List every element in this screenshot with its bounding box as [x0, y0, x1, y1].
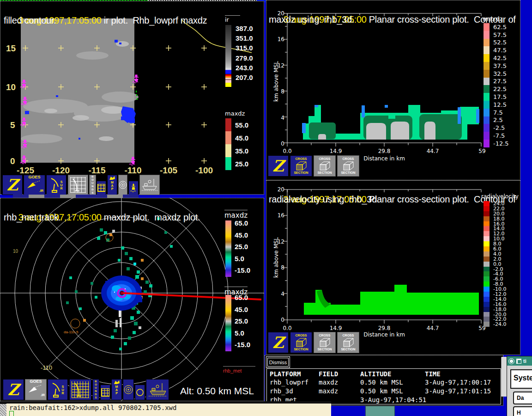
cube-icon — [295, 337, 307, 348]
lat-tick: 10 — [6, 82, 16, 92]
circle-button[interactable] — [135, 385, 145, 400]
hour-button[interactable]: H — [513, 406, 532, 416]
ship-button[interactable] — [139, 175, 160, 195]
zeb-logo-button[interactable]: Z — [3, 379, 24, 400]
range-rings-button[interactable] — [123, 379, 134, 400]
xtick: 29.8 — [378, 325, 391, 331]
lat-tick: 15 — [6, 43, 16, 54]
terminal-body[interactable]: rain:beaufait:162>xdump.all 970802.1705.… — [6, 404, 331, 416]
goes-ir-button[interactable]: GOES .IR — [24, 175, 45, 195]
xsec-maxdz-xlabel: Distance in km — [363, 155, 405, 162]
table-header: PLATFORMFIELD ALTITUDETIME — [267, 370, 501, 379]
xtick: 44.7 — [427, 325, 439, 331]
satellite-dish-icon — [27, 383, 45, 393]
lon-tick: -120 — [52, 165, 70, 176]
terminal-scrollbar[interactable] — [0, 404, 6, 416]
cross-section-button-active[interactable]: CROSS SECTION — [290, 332, 312, 353]
cross-section-button[interactable]: CROSS SECTION — [314, 332, 336, 353]
date-button[interactable]: Da — [513, 392, 532, 404]
zeb-logo-button[interactable]: Z — [268, 155, 289, 177]
data-times-table: PLATFORMFIELD ALTITUDETIME rhb_lowprfmax… — [266, 368, 501, 404]
ir-colorbar — [225, 25, 231, 87]
zeb-logo-button[interactable]: Z — [2, 175, 23, 195]
lon-tick: -100 — [195, 165, 213, 176]
cross-section-button[interactable]: CROSS SECTION — [337, 155, 359, 177]
grid-button[interactable] — [100, 385, 110, 400]
range-rings-button[interactable] — [118, 175, 127, 195]
radar-title-line2: rhb_met track. — [4, 211, 61, 223]
radar-colorbar1-label: maxdz — [224, 210, 248, 220]
zebra-desktop: 3-aug-1997,17:05:00 ir plot. Rhb_lowprf … — [0, 0, 532, 416]
xsec-rv-xlabel: Distance in km — [363, 331, 405, 338]
rhi-grid-button[interactable] — [69, 379, 91, 400]
circle-icon — [136, 388, 144, 397]
lon-tick: -125 — [17, 165, 34, 176]
lon-tick: -110 — [125, 165, 142, 176]
tl-maxdz-colorbar: 55.0 45.0 35.0 25.0 — [225, 118, 248, 170]
time-tool-heading: Syste — [514, 374, 532, 382]
buoy-button[interactable] — [128, 181, 139, 195]
grid-icon — [97, 184, 105, 192]
xsec-rv-colorbar-label: radialvelocity — [481, 193, 519, 200]
xsec-maxdz-colorbar: 62.5 57.5 52.5 47.5 — [484, 23, 509, 147]
bounds-button[interactable]: B O U N D S — [92, 379, 99, 400]
cross-section-button-active[interactable]: CROSS SECTION — [290, 155, 312, 177]
clipped-toolbar-strip — [13, 195, 139, 198]
radar-antenna-icon — [51, 381, 61, 398]
map-button[interactable]: M A P — [111, 379, 122, 400]
time-tool-title: ti — [523, 358, 526, 364]
grid-icon — [101, 388, 109, 397]
grid-radar-icon — [70, 177, 86, 193]
surveillance-radar-button[interactable]: S U R — [48, 379, 68, 400]
ship-button[interactable] — [146, 379, 169, 400]
ir-map-window: 3-aug-1997,17:05:00 ir plot. Rhb_lowprf … — [0, 1, 264, 195]
lat-tick: 5 — [10, 120, 15, 130]
rhi-grid-button[interactable] — [68, 175, 88, 195]
dismiss-button[interactable]: Dismiss — [266, 356, 290, 368]
rings-icon — [119, 181, 127, 189]
ship-icon — [141, 178, 158, 192]
radialvelocity-contours — [304, 285, 479, 315]
radar-colorbar1-ticks: 65.045.025.05.0-15.0 — [235, 220, 250, 274]
time-tool-titlebar[interactable]: ti — [507, 356, 532, 366]
cube-icon — [295, 161, 307, 171]
data-times-window: Dismiss PLATFORMFIELD ALTITUDETIME rhb_l… — [265, 355, 503, 406]
map-button[interactable]: M A P — [107, 175, 117, 195]
cross-section-button[interactable]: CROSS SECTION — [314, 155, 336, 177]
zeb-logo-button[interactable]: Z — [268, 332, 289, 353]
map-icon — [113, 379, 121, 385]
bounds-button[interactable]: B O U N D S — [89, 175, 96, 195]
zeb-z-glyph: Z — [7, 177, 18, 193]
surveillance-radar-button[interactable]: S U R — [46, 175, 66, 195]
xsec-rv-colorbar: 24.0 22.0 20.0 18.0 — [484, 201, 506, 327]
ship-icon — [148, 382, 167, 397]
xtick: 14.9 — [330, 148, 342, 154]
desktop-teal-patch — [365, 406, 395, 416]
cross-section-button[interactable]: CROSS SECTION — [337, 332, 359, 353]
xtick: 59 — [478, 148, 485, 154]
maxdz-contours — [302, 105, 479, 140]
grid-button[interactable] — [97, 181, 106, 195]
table-row: rhb_3dmaxdz 0.50 km MSL3-Aug-97,17:01:15 — [267, 387, 501, 396]
xsec-maxdz-window: 3-aug-1997,17:05:00 Planar cross-section… — [266, 0, 520, 180]
radar-lon-label: -110 — [41, 364, 52, 371]
time-tool-heading-panel: Syste — [510, 369, 532, 389]
terminal-prompt-line: rain:beaufait:162>xdump.all 970802.1705.… — [9, 404, 176, 411]
lat-tick: 0 — [10, 156, 15, 166]
xtick: 29.8 — [378, 148, 391, 154]
ir-colorbar-label: ir — [225, 15, 240, 23]
tl-maxdz-colorbar-label: maxdz — [225, 110, 245, 117]
goes-ir-button[interactable]: GOES .IR — [25, 379, 47, 400]
track-platform-label: rhb_met — [223, 366, 255, 373]
radar-colorbar2 — [225, 295, 231, 351]
window-iconify-icon[interactable] — [516, 359, 521, 364]
terminal-cursor — [9, 411, 14, 416]
radar-colorbar1 — [225, 220, 231, 277]
window-menu-icon[interactable] — [508, 358, 514, 364]
satellite-dish-icon — [25, 179, 44, 189]
cube-icon — [342, 161, 354, 171]
xtick: 0.0 — [283, 148, 291, 154]
xtick: 14.9 — [330, 325, 342, 331]
table-row: rhb_lowprfmaxdz 0.50 km MSL3-Aug-97,17:0… — [267, 379, 501, 387]
radar-antenna-icon — [50, 177, 60, 193]
